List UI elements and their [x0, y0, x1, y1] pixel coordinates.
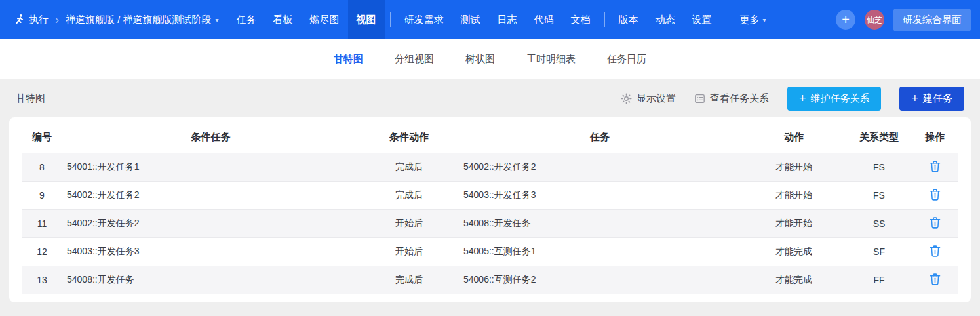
plus-icon: + [799, 92, 806, 104]
col-header-task: 任务 [458, 123, 741, 153]
cell-task: 54006::互测任务2 [458, 266, 741, 294]
trash-icon [929, 188, 941, 201]
cell-task: 54008::开发任务 [458, 209, 741, 237]
cell-task: 54005::互测任务1 [458, 237, 741, 266]
nav-item-tasks[interactable]: 任务 [228, 0, 265, 39]
tab-group-view[interactable]: 分组视图 [395, 53, 434, 66]
module-breadcrumb: 执行 [13, 14, 49, 26]
cell-pre-task: 54001::开发任务1 [62, 153, 360, 181]
delete-relation-button[interactable] [926, 271, 944, 287]
tab-tree-view[interactable]: 树状图 [465, 53, 495, 66]
avatar[interactable]: 仙芝 [865, 10, 884, 30]
cell-id: 13 [22, 266, 62, 294]
col-header-type: 关系类型 [846, 123, 912, 153]
nav-item-burndown[interactable]: 燃尽图 [302, 0, 348, 39]
cell-type: FS [846, 181, 912, 209]
page-title: 甘特图 [16, 92, 45, 105]
nav-item-views[interactable]: 视图 [348, 0, 385, 39]
delete-relation-button[interactable] [926, 159, 944, 174]
workbench-button[interactable]: 研发综合界面 [893, 9, 971, 31]
table-row: 13 54008::开发任务 完成后 54006::互测任务2 才能完成 FF [22, 266, 958, 294]
tab-task-calendar[interactable]: 任务日历 [607, 53, 646, 66]
nav-item-docs[interactable]: 文档 [562, 0, 599, 39]
nav-item-code[interactable]: 代码 [526, 0, 562, 39]
cell-type: FF [846, 266, 912, 294]
nav-divider [604, 12, 605, 27]
delete-relation-button[interactable] [926, 215, 944, 231]
trash-icon [929, 273, 941, 286]
col-header-pre-action: 条件动作 [360, 123, 458, 153]
cell-pre-task: 54002::开发任务2 [62, 209, 360, 237]
nav-item-stories[interactable]: 研发需求 [396, 0, 452, 39]
trash-icon [929, 216, 941, 229]
delete-relation-button[interactable] [926, 187, 944, 203]
col-header-action: 动作 [741, 123, 846, 153]
nav-divider [390, 12, 391, 27]
cell-task: 54002::开发任务2 [458, 153, 741, 181]
cell-pre-task: 54003::开发任务3 [62, 237, 360, 266]
quick-create-button[interactable]: + [836, 10, 855, 30]
gantt-toolbar: 甘特图 显示设置 查看任务关系 [0, 79, 980, 117]
tab-gantt[interactable]: 甘特图 [334, 53, 363, 66]
task-relations-card: 编号 条件任务 条件动作 任务 动作 关系类型 操作 8 54001::开发任务… [9, 117, 971, 302]
view-relations-button[interactable]: 查看任务关系 [694, 92, 769, 105]
cell-action: 才能完成 [741, 266, 846, 294]
trash-icon [929, 245, 941, 258]
task-relations-table: 编号 条件任务 条件动作 任务 动作 关系类型 操作 8 54001::开发任务… [22, 123, 958, 294]
table-row: 8 54001::开发任务1 完成后 54002::开发任务2 才能开始 FS [22, 153, 958, 181]
cell-pre-task: 54008::开发任务 [62, 266, 360, 294]
cell-pre-action: 完成后 [360, 181, 458, 209]
cell-id: 8 [22, 153, 62, 181]
cell-action: 才能开始 [741, 181, 846, 209]
view-tabs: 甘特图 分组视图 树状图 工时明细表 任务日历 [0, 39, 980, 79]
caret-down-icon: ▾ [763, 16, 766, 24]
cell-type: SS [846, 209, 912, 237]
top-navigation: 任务 看板 燃尽图 视图 研发需求 测试 日志 代码 文档 版本 动态 设置 更… [228, 0, 775, 39]
display-settings-button[interactable]: 显示设置 [621, 92, 676, 105]
gear-icon [621, 93, 632, 104]
nav-divider [726, 12, 726, 27]
tab-effort-detail[interactable]: 工时明细表 [526, 53, 576, 66]
col-header-ops: 操作 [912, 123, 958, 153]
table-header-row: 编号 条件任务 条件动作 任务 动作 关系类型 操作 [22, 123, 958, 153]
module-label: 执行 [29, 14, 49, 26]
cell-pre-action: 开始后 [360, 209, 458, 237]
nav-item-settings[interactable]: 设置 [684, 0, 720, 39]
col-header-id: 编号 [22, 123, 62, 153]
cell-pre-action: 完成后 [360, 266, 458, 294]
topbar: 执行 › 禅道旗舰版 / 禅道旗舰版测试阶段 ▾ 任务 看板 燃尽图 视图 研发… [0, 0, 980, 39]
execution-runner-icon [13, 14, 25, 26]
nav-item-dynamics[interactable]: 动态 [647, 0, 684, 39]
relation-list-icon [694, 93, 705, 104]
cell-action: 才能开始 [741, 153, 846, 181]
cell-id: 12 [22, 237, 62, 266]
project-name: 禅道旗舰版 / 禅道旗舰版测试阶段 [66, 14, 212, 26]
nav-item-more[interactable]: 更多 ▾ [732, 0, 775, 39]
cell-action: 才能开始 [741, 209, 846, 237]
delete-relation-button[interactable] [926, 243, 944, 259]
nav-item-test[interactable]: 测试 [452, 0, 489, 39]
nav-item-logs[interactable]: 日志 [489, 0, 526, 39]
table-row: 12 54003::开发任务3 开始后 54005::互测任务1 才能完成 SF [22, 237, 958, 266]
cell-type: SF [846, 237, 912, 266]
cell-pre-action: 完成后 [360, 153, 458, 181]
cell-task: 54003::开发任务3 [458, 181, 741, 209]
cell-pre-action: 开始后 [360, 237, 458, 266]
table-row: 9 54002::开发任务2 完成后 54003::开发任务3 才能开始 FS [22, 181, 958, 209]
maintain-relations-button[interactable]: + 维护任务关系 [787, 87, 882, 111]
trash-icon [929, 160, 941, 173]
cell-pre-task: 54002::开发任务2 [62, 181, 360, 209]
project-switcher[interactable]: 禅道旗舰版 / 禅道旗舰版测试阶段 ▾ [66, 14, 219, 26]
cell-id: 9 [22, 181, 62, 209]
nav-item-builds[interactable]: 版本 [610, 0, 647, 39]
table-row: 11 54002::开发任务2 开始后 54008::开发任务 才能开始 SS [22, 209, 958, 237]
plus-icon: + [911, 92, 918, 104]
col-header-pre-task: 条件任务 [62, 123, 360, 153]
cell-action: 才能完成 [741, 237, 846, 266]
caret-down-icon: ▾ [216, 16, 219, 24]
breadcrumb-chevron-icon: › [55, 14, 59, 26]
create-task-button[interactable]: + 建任务 [899, 87, 964, 111]
nav-item-kanban[interactable]: 看板 [265, 0, 302, 39]
cell-type: FS [846, 153, 912, 181]
cell-id: 11 [22, 209, 62, 237]
